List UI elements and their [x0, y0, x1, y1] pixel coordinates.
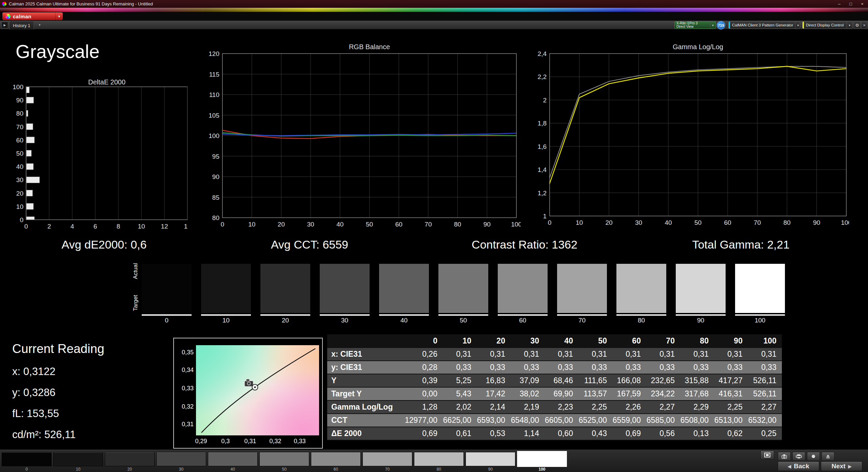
swatch-level-label: 40	[379, 317, 429, 324]
grayscale-swatch	[735, 264, 785, 313]
svg-text:70: 70	[425, 221, 432, 228]
reading-marker	[244, 379, 258, 390]
maximize-button[interactable]: □	[845, 1, 856, 6]
back-button[interactable]: ◀ Back	[778, 461, 819, 471]
swatch-target-line	[201, 314, 251, 316]
svg-text:6: 6	[94, 223, 97, 230]
svg-text:20: 20	[278, 221, 285, 228]
svg-text:100: 100	[841, 219, 849, 226]
svg-text:10: 10	[248, 221, 255, 228]
meter-device-button[interactable]: X-Rite i1Pro 3 Direct View ▾	[674, 21, 716, 29]
gamma-chart: 2,42,221,81,61,41,2101020304050607080901…	[529, 51, 849, 235]
pattern-patch[interactable]	[259, 452, 309, 466]
table-row: y: CIE310,280,330,330,330,330,330,330,33…	[327, 361, 782, 374]
svg-text:1,2: 1,2	[538, 190, 547, 197]
pattern-patch[interactable]	[156, 452, 206, 466]
pattern-patch[interactable]	[2, 452, 52, 466]
capture-button[interactable]	[822, 452, 834, 461]
pattern-patch[interactable]	[53, 452, 103, 466]
svg-text:4: 4	[71, 223, 74, 230]
cie-x-tick: 0,3	[221, 438, 230, 445]
svg-text:2: 2	[543, 97, 547, 104]
rgb-balance-chart-title: RGB Balance	[222, 43, 516, 51]
chevron-down-icon: ▾	[710, 22, 715, 28]
svg-text:1,6: 1,6	[538, 143, 547, 150]
title-bar: Calman 2025 Calman Ultimate for Business…	[0, 0, 868, 8]
svg-text:60: 60	[724, 219, 731, 226]
reading-cdm2: cd/m²: 526,11	[12, 429, 76, 441]
pattern-patch-label: 10	[53, 467, 103, 472]
swatch-level-label: 90	[676, 317, 726, 324]
workflow-play-button[interactable]: ▶	[1, 22, 8, 28]
pattern-patch[interactable]	[466, 452, 515, 466]
grayscale-swatch	[320, 264, 370, 313]
navigation-cluster: ◀ Back Next ▶	[760, 450, 868, 472]
cie-y-tick: 0,34	[177, 367, 194, 374]
svg-text:80: 80	[16, 110, 23, 117]
cie-y-tick: 0,35	[177, 349, 194, 356]
calman-menu-button[interactable]: calman ▾	[2, 13, 63, 20]
grayscale-swatch	[676, 264, 726, 313]
cie-overlay	[196, 345, 319, 435]
svg-text:0: 0	[24, 223, 28, 230]
window-icon	[764, 453, 770, 457]
svg-text:50: 50	[366, 221, 373, 228]
pattern-patch[interactable]	[105, 452, 155, 466]
grayscale-swatch	[438, 264, 488, 313]
record-icon	[811, 454, 816, 459]
display-control-button[interactable]: Direct Display Control ▾	[802, 21, 852, 29]
rgb-balance-chart: 1201151101051009590858001020304050607080…	[202, 51, 521, 235]
pattern-generator-button[interactable]: CalMAN Client 3 Pattern Generator ▾	[728, 21, 800, 29]
swatch-target-line	[557, 314, 607, 316]
svg-text:60: 60	[16, 137, 23, 144]
pattern-patch[interactable]	[414, 452, 464, 466]
next-button[interactable]: Next ▶	[821, 461, 862, 471]
pattern-patch-label: 80	[414, 467, 464, 472]
eject-icon	[826, 454, 830, 459]
cie-x-tick: 0,33	[294, 438, 305, 445]
pattern-patch[interactable]	[517, 451, 567, 467]
swatch-level-label: 70	[557, 317, 607, 324]
pattern-patch[interactable]	[362, 452, 412, 466]
print-button[interactable]	[792, 452, 805, 461]
svg-text:10: 10	[576, 219, 583, 226]
pattern-patch[interactable]	[311, 452, 361, 466]
tab-history-1[interactable]: History 1	[9, 21, 34, 29]
svg-text:30: 30	[635, 219, 642, 226]
svg-text:0: 0	[221, 221, 224, 228]
svg-text:80: 80	[212, 214, 219, 221]
disconnect-button[interactable]: ×	[861, 21, 867, 29]
svg-text:30: 30	[307, 221, 314, 228]
blackbody-curve	[201, 349, 315, 433]
measure-button[interactable]	[778, 452, 791, 461]
grayscale-swatch-strip: Actual Target 0102030405060708090100	[0, 259, 868, 327]
svg-text:60: 60	[395, 221, 402, 228]
arrow-right-icon: ▶	[848, 464, 852, 469]
grayscale-swatch	[557, 264, 607, 313]
swatch-target-line	[676, 314, 726, 316]
swatch-level-label: 30	[320, 317, 370, 324]
svg-text:40: 40	[16, 163, 23, 170]
pattern-patch[interactable]	[208, 452, 258, 466]
settings-gear-button[interactable]: ⚙	[854, 21, 861, 29]
rainbow-strip	[0, 8, 868, 12]
grayscale-swatch	[142, 264, 192, 313]
calman-aperture-icon	[5, 14, 11, 19]
svg-text:10: 10	[138, 223, 145, 230]
table-row: ΔE 20000,690,610,531,140,600,430,690,560…	[327, 427, 782, 440]
pattern-window-button[interactable]	[761, 451, 774, 459]
tab-overflow-button[interactable]: ▾	[39, 23, 41, 27]
svg-text:10: 10	[16, 203, 23, 210]
minimize-button[interactable]: –	[833, 1, 845, 6]
svg-text:80: 80	[783, 219, 790, 226]
record-button[interactable]	[807, 452, 820, 461]
chevron-down-icon: ▾	[795, 22, 800, 28]
swatch-target-line	[142, 314, 192, 316]
reading-x: x: 0,3122	[12, 366, 56, 378]
tab-bar: ▶ History 1 ▾ X-Rite i1Pro 3 Direct View…	[0, 21, 868, 29]
svg-text:100: 100	[13, 84, 23, 91]
swatch-level-label: 0	[142, 317, 192, 324]
svg-text:0: 0	[20, 216, 23, 223]
svg-text:2,2: 2,2	[538, 73, 547, 80]
close-button[interactable]: ×	[856, 1, 868, 6]
